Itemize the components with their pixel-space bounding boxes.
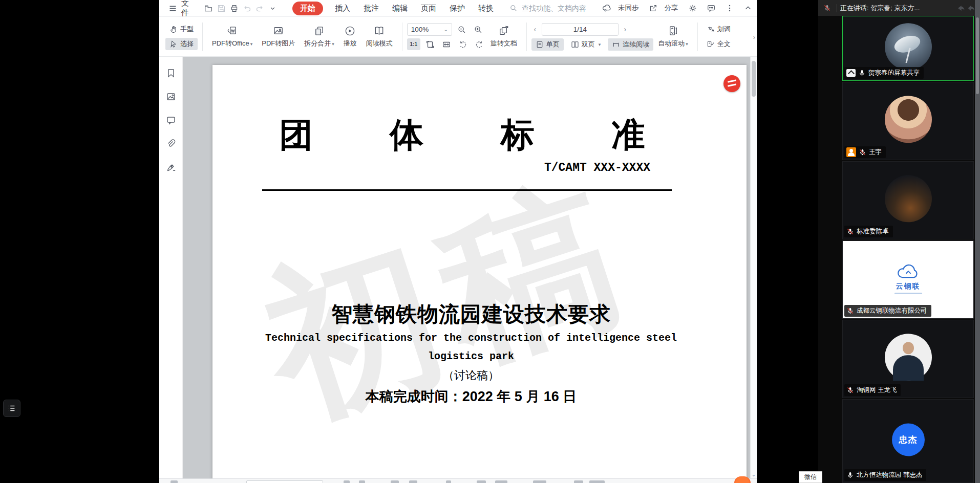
signature-pen-icon[interactable] xyxy=(166,162,176,172)
scrollbar-thumb[interactable] xyxy=(752,61,756,97)
mic-muted-icon xyxy=(859,148,866,156)
tab-insert[interactable]: 插入 xyxy=(335,4,350,13)
prev-page-button[interactable]: ‹ xyxy=(531,25,539,33)
next-page-button[interactable]: › xyxy=(622,25,629,33)
zoom-level-value: 100% xyxy=(411,26,429,33)
pdf-to-office-button[interactable]: PDF转Office▾ xyxy=(207,25,257,48)
dropdown-caret: ▾ xyxy=(599,42,601,47)
fit-width-button[interactable] xyxy=(440,38,453,50)
divider xyxy=(697,23,698,51)
snapshot-image-icon[interactable] xyxy=(166,92,176,102)
document-scrollbar[interactable]: ⌄ xyxy=(750,57,757,478)
zoom-in-button[interactable] xyxy=(472,24,485,35)
participant-tile-company[interactable]: 云钢联 成都云钢联物流有限公司 xyxy=(842,240,974,319)
select-tool-button[interactable]: 选择 xyxy=(165,38,198,50)
participant-tile-screen-share[interactable]: 贺宗春的屏幕共享 xyxy=(842,16,974,81)
word-translate-button[interactable]: 划词 xyxy=(702,23,735,35)
satellite-dish-avatar xyxy=(885,23,932,70)
play-button[interactable]: 播放 xyxy=(339,25,361,48)
pdf-to-image-icon xyxy=(272,25,284,37)
share-icon[interactable] xyxy=(648,3,659,14)
rotate-right-button[interactable] xyxy=(473,38,486,50)
scroll-down-arrow[interactable]: ⌄ xyxy=(751,472,757,477)
participant-tile[interactable]: 王宇 xyxy=(842,82,974,160)
scrollbar-thumb[interactable] xyxy=(976,17,979,94)
zoom-out-button[interactable] xyxy=(455,24,468,35)
participant-name-label: 淘钢网 王龙飞 xyxy=(844,384,901,396)
save-icon[interactable] xyxy=(217,3,226,14)
document-viewport[interactable]: 初稿 团 体 标 准 T/CAMT XXX-XXXX 智慧钢铁物流园建设技术要求… xyxy=(183,57,757,478)
attachment-clip-icon[interactable] xyxy=(166,139,176,149)
split-merge-label: 拆分合并 xyxy=(304,39,331,47)
play-label: 播放 xyxy=(344,39,357,48)
comment-bubble-icon[interactable] xyxy=(706,3,717,14)
split-merge-button[interactable]: 拆分合并▾ xyxy=(300,25,339,48)
tab-convert[interactable]: 转换 xyxy=(478,4,494,13)
hamburger-menu-icon[interactable] xyxy=(168,3,177,14)
muted-mic-icon[interactable] xyxy=(818,4,836,12)
participant-name: 王宇 xyxy=(869,148,882,157)
more-kebab-icon[interactable] xyxy=(724,3,735,14)
redo-icon[interactable] xyxy=(255,3,264,14)
full-text-translate-label: 全文 xyxy=(717,39,731,49)
participant-tile[interactable]: 忠杰 北方恒达物流园 韩忠杰 xyxy=(842,399,974,483)
banner-arrows xyxy=(955,3,977,13)
tab-page[interactable]: 页面 xyxy=(421,4,436,13)
document-title-en-line1: Technical specifications for the constru… xyxy=(212,332,730,344)
page-indicator[interactable]: 1/14 xyxy=(542,23,619,36)
document-title-cn: 智慧钢铁物流园建设技术要求 xyxy=(212,300,730,328)
read-mode-label: 阅读模式 xyxy=(366,39,393,48)
single-page-button[interactable]: 单页 xyxy=(531,38,564,51)
print-icon[interactable] xyxy=(230,3,239,14)
rotate-document-button[interactable]: 旋转文档 xyxy=(486,25,522,48)
status-bar-clipped xyxy=(159,478,757,483)
menu-bar: 文件 开始 插入 批注 编辑 页面 xyxy=(159,0,757,17)
share-label[interactable]: 分享 xyxy=(665,4,678,13)
pdf-to-image-button[interactable]: PDF转图片 xyxy=(257,25,300,48)
comment-icon[interactable] xyxy=(166,115,176,125)
participant-name-label: 贺宗春的屏幕共享 xyxy=(844,67,924,79)
continuous-read-button[interactable]: 连续阅读 xyxy=(608,38,653,51)
participant-tile[interactable]: 标准委陈卓 xyxy=(842,161,974,239)
participant-tile[interactable]: 淘钢网 王龙飞 xyxy=(842,320,974,398)
auto-scroll-button[interactable]: 自动滚动▾ xyxy=(653,25,693,48)
bookmark-icon[interactable] xyxy=(166,68,176,78)
meeting-scrollbar[interactable] xyxy=(975,0,980,483)
wps-pdf-window: 文件 开始 插入 批注 编辑 页面 xyxy=(159,0,757,483)
floating-outline-button[interactable] xyxy=(3,400,20,417)
search-input[interactable] xyxy=(521,4,598,13)
wps-taskbar-logo-clipped[interactable] xyxy=(734,476,751,483)
tab-edit[interactable]: 编辑 xyxy=(392,4,408,13)
tab-annotate[interactable]: 批注 xyxy=(364,4,379,13)
floating-red-stamp-badge[interactable] xyxy=(723,75,740,92)
speaking-banner-text: 正在讲话: 贺宗春; 京东方... xyxy=(840,4,920,13)
screen-share-icon xyxy=(846,69,856,77)
collapse-chevron-up-icon[interactable] xyxy=(742,3,754,14)
undo-icon[interactable] xyxy=(243,3,251,14)
ribbon-expander-chevron[interactable]: › xyxy=(753,33,755,40)
tab-home[interactable]: 开始 xyxy=(292,2,323,15)
two-page-button[interactable]: 双页 ▾ xyxy=(567,38,605,51)
read-mode-button[interactable]: 阅读模式 xyxy=(361,25,397,48)
chevron-down-icon[interactable] xyxy=(268,3,277,14)
participant-name-label: 王宇 xyxy=(844,146,886,158)
participant-name: 标准委陈卓 xyxy=(857,227,889,236)
zoom-level-select[interactable]: 100% ⌄ xyxy=(407,23,452,36)
sync-status-label[interactable]: 未同步 xyxy=(618,4,639,13)
meeting-panel: 正在讲话: 贺宗春; 京东方... 贺宗春的屏幕共享 xyxy=(818,0,980,483)
back-arrow-icon[interactable] xyxy=(955,3,966,13)
file-menu[interactable]: 文件 xyxy=(181,0,189,18)
word-translate-label: 划词 xyxy=(717,25,731,34)
actual-size-button[interactable]: 1:1 xyxy=(407,38,420,50)
open-folder-icon[interactable] xyxy=(204,3,213,14)
tab-protect[interactable]: 保护 xyxy=(450,4,465,13)
full-text-translate-button[interactable]: 全文 xyxy=(702,38,735,50)
cloud-sync-icon[interactable] xyxy=(601,3,612,14)
settings-gear-icon[interactable] xyxy=(687,3,698,14)
search-box[interactable] xyxy=(509,4,598,13)
fit-page-button[interactable] xyxy=(423,38,437,50)
draft-note: （讨论稿） xyxy=(212,368,730,383)
cloud-steel-logo: 云钢联 xyxy=(894,263,922,294)
rotate-left-button[interactable] xyxy=(456,38,470,50)
hand-tool-button[interactable]: 手型 xyxy=(165,23,198,35)
